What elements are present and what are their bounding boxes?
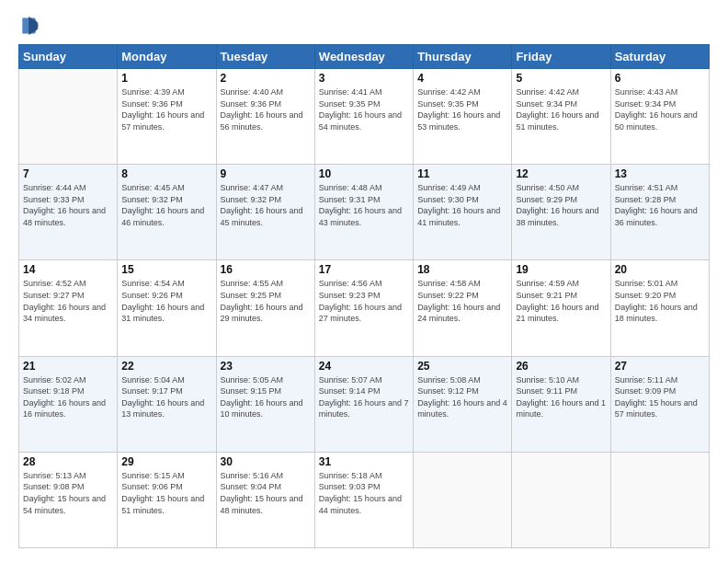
- calendar-cell: [512, 452, 610, 547]
- day-number: 19: [516, 263, 606, 276]
- day-info: Sunrise: 4:49 AMSunset: 9:30 PMDaylight:…: [417, 182, 507, 228]
- day-info: Sunrise: 4:45 AMSunset: 9:32 PMDaylight:…: [121, 182, 211, 228]
- calendar-cell: [610, 452, 709, 547]
- day-info: Sunrise: 5:15 AMSunset: 9:06 PMDaylight:…: [121, 470, 211, 516]
- day-number: 24: [319, 360, 409, 373]
- day-number: 14: [23, 263, 113, 276]
- col-header-sunday: Sunday: [19, 45, 118, 69]
- calendar-cell: 27Sunrise: 5:11 AMSunset: 9:09 PMDayligh…: [610, 356, 709, 452]
- calendar-cell: 3Sunrise: 4:41 AMSunset: 9:35 PMDaylight…: [314, 69, 413, 165]
- day-info: Sunrise: 5:18 AMSunset: 9:03 PMDaylight:…: [319, 470, 409, 516]
- day-info: Sunrise: 5:10 AMSunset: 9:11 PMDaylight:…: [516, 374, 606, 420]
- calendar-cell: 6Sunrise: 4:43 AMSunset: 9:34 PMDaylight…: [610, 69, 709, 165]
- calendar-cell: 15Sunrise: 4:54 AMSunset: 9:26 PMDayligh…: [118, 260, 216, 356]
- day-number: 23: [221, 360, 311, 373]
- day-number: 18: [417, 263, 507, 276]
- day-number: 1: [121, 72, 211, 85]
- day-info: Sunrise: 4:44 AMSunset: 9:33 PMDaylight:…: [23, 182, 113, 228]
- calendar-cell: 22Sunrise: 5:04 AMSunset: 9:17 PMDayligh…: [118, 356, 216, 452]
- day-number: 26: [516, 360, 606, 373]
- day-number: 7: [23, 167, 113, 180]
- calendar-week-1: 1Sunrise: 4:39 AMSunset: 9:36 PMDaylight…: [19, 69, 710, 165]
- page: SundayMondayTuesdayWednesdayThursdayFrid…: [0, 0, 728, 563]
- day-info: Sunrise: 5:16 AMSunset: 9:04 PMDaylight:…: [221, 470, 311, 516]
- day-number: 2: [221, 72, 311, 85]
- calendar-cell: 25Sunrise: 5:08 AMSunset: 9:12 PMDayligh…: [414, 356, 512, 452]
- day-number: 4: [417, 72, 507, 85]
- day-info: Sunrise: 4:42 AMSunset: 9:35 PMDaylight:…: [417, 86, 507, 132]
- day-number: 30: [221, 455, 311, 468]
- day-number: 13: [615, 167, 705, 180]
- calendar-cell: [19, 69, 118, 165]
- calendar-week-2: 7Sunrise: 4:44 AMSunset: 9:33 PMDaylight…: [19, 165, 710, 260]
- calendar-cell: 17Sunrise: 4:56 AMSunset: 9:23 PMDayligh…: [314, 260, 413, 356]
- calendar-cell: 24Sunrise: 5:07 AMSunset: 9:14 PMDayligh…: [314, 356, 413, 452]
- calendar-cell: 7Sunrise: 4:44 AMSunset: 9:33 PMDaylight…: [19, 165, 118, 260]
- day-number: 17: [319, 263, 409, 276]
- calendar-cell: 12Sunrise: 4:50 AMSunset: 9:29 PMDayligh…: [512, 165, 610, 260]
- day-number: 3: [319, 72, 409, 85]
- col-header-friday: Friday: [512, 45, 610, 69]
- day-number: 31: [319, 455, 409, 468]
- day-info: Sunrise: 4:47 AMSunset: 9:32 PMDaylight:…: [221, 182, 311, 228]
- day-number: 6: [615, 72, 705, 85]
- day-number: 11: [417, 167, 507, 180]
- calendar-cell: 20Sunrise: 5:01 AMSunset: 9:20 PMDayligh…: [610, 260, 709, 356]
- calendar-cell: 21Sunrise: 5:02 AMSunset: 9:18 PMDayligh…: [19, 356, 118, 452]
- day-info: Sunrise: 5:11 AMSunset: 9:09 PMDaylight:…: [615, 374, 705, 420]
- day-info: Sunrise: 5:04 AMSunset: 9:17 PMDaylight:…: [121, 374, 211, 420]
- col-header-wednesday: Wednesday: [314, 45, 413, 69]
- day-info: Sunrise: 4:39 AMSunset: 9:36 PMDaylight:…: [121, 86, 211, 132]
- calendar-cell: 16Sunrise: 4:55 AMSunset: 9:25 PMDayligh…: [216, 260, 314, 356]
- calendar-cell: 13Sunrise: 4:51 AMSunset: 9:28 PMDayligh…: [610, 165, 709, 260]
- calendar-cell: 29Sunrise: 5:15 AMSunset: 9:06 PMDayligh…: [118, 452, 216, 547]
- day-number: 5: [516, 72, 606, 85]
- calendar-cell: 23Sunrise: 5:05 AMSunset: 9:15 PMDayligh…: [216, 356, 314, 452]
- day-number: 15: [121, 263, 211, 276]
- day-number: 10: [319, 167, 409, 180]
- day-info: Sunrise: 4:58 AMSunset: 9:22 PMDaylight:…: [417, 278, 507, 324]
- calendar-cell: 2Sunrise: 4:40 AMSunset: 9:36 PMDaylight…: [216, 69, 314, 165]
- calendar-cell: 9Sunrise: 4:47 AMSunset: 9:32 PMDaylight…: [216, 165, 314, 260]
- day-number: 20: [615, 263, 705, 276]
- day-number: 27: [615, 360, 705, 373]
- calendar-cell: 1Sunrise: 4:39 AMSunset: 9:36 PMDaylight…: [118, 69, 216, 165]
- day-info: Sunrise: 5:13 AMSunset: 9:08 PMDaylight:…: [23, 470, 113, 516]
- calendar-cell: 8Sunrise: 4:45 AMSunset: 9:32 PMDaylight…: [118, 165, 216, 260]
- day-number: 25: [417, 360, 507, 373]
- calendar-cell: 30Sunrise: 5:16 AMSunset: 9:04 PMDayligh…: [216, 452, 314, 547]
- calendar-cell: 31Sunrise: 5:18 AMSunset: 9:03 PMDayligh…: [314, 452, 413, 547]
- col-header-thursday: Thursday: [414, 45, 512, 69]
- day-info: Sunrise: 5:02 AMSunset: 9:18 PMDaylight:…: [23, 374, 113, 420]
- calendar-cell: 19Sunrise: 4:59 AMSunset: 9:21 PMDayligh…: [512, 260, 610, 356]
- day-info: Sunrise: 5:08 AMSunset: 9:12 PMDaylight:…: [417, 374, 507, 420]
- calendar-cell: 4Sunrise: 4:42 AMSunset: 9:35 PMDaylight…: [414, 69, 512, 165]
- col-header-saturday: Saturday: [610, 45, 709, 69]
- calendar-cell: [414, 452, 512, 547]
- logo-icon: [20, 15, 39, 37]
- day-info: Sunrise: 4:41 AMSunset: 9:35 PMDaylight:…: [319, 86, 409, 132]
- calendar-cell: 14Sunrise: 4:52 AMSunset: 9:27 PMDayligh…: [19, 260, 118, 356]
- logo: [18, 15, 42, 37]
- day-info: Sunrise: 4:59 AMSunset: 9:21 PMDaylight:…: [516, 278, 606, 324]
- col-header-tuesday: Tuesday: [216, 45, 314, 69]
- calendar-cell: 5Sunrise: 4:42 AMSunset: 9:34 PMDaylight…: [512, 69, 610, 165]
- calendar-cell: 10Sunrise: 4:48 AMSunset: 9:31 PMDayligh…: [314, 165, 413, 260]
- day-number: 9: [221, 167, 311, 180]
- calendar-cell: 11Sunrise: 4:49 AMSunset: 9:30 PMDayligh…: [414, 165, 512, 260]
- day-info: Sunrise: 4:52 AMSunset: 9:27 PMDaylight:…: [23, 278, 113, 324]
- day-info: Sunrise: 5:05 AMSunset: 9:15 PMDaylight:…: [221, 374, 311, 420]
- day-info: Sunrise: 4:51 AMSunset: 9:28 PMDaylight:…: [615, 182, 705, 228]
- day-info: Sunrise: 4:42 AMSunset: 9:34 PMDaylight:…: [516, 86, 606, 132]
- calendar-table: SundayMondayTuesdayWednesdayThursdayFrid…: [18, 44, 710, 548]
- day-info: Sunrise: 4:56 AMSunset: 9:23 PMDaylight:…: [319, 278, 409, 324]
- calendar-week-5: 28Sunrise: 5:13 AMSunset: 9:08 PMDayligh…: [19, 452, 710, 547]
- calendar-cell: 26Sunrise: 5:10 AMSunset: 9:11 PMDayligh…: [512, 356, 610, 452]
- calendar-week-4: 21Sunrise: 5:02 AMSunset: 9:18 PMDayligh…: [19, 356, 710, 452]
- day-info: Sunrise: 4:50 AMSunset: 9:29 PMDaylight:…: [516, 182, 606, 228]
- col-header-monday: Monday: [118, 45, 216, 69]
- day-info: Sunrise: 4:55 AMSunset: 9:25 PMDaylight:…: [221, 278, 311, 324]
- day-number: 28: [23, 455, 113, 468]
- calendar-week-3: 14Sunrise: 4:52 AMSunset: 9:27 PMDayligh…: [19, 260, 710, 356]
- day-number: 29: [121, 455, 211, 468]
